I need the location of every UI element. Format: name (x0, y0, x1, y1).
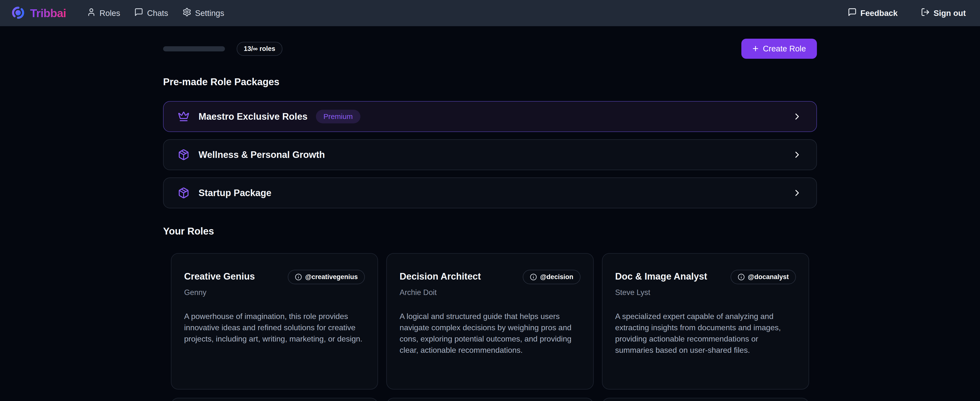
top-navbar: Tribbai Roles Chats (0, 0, 980, 26)
card-header: Doc & Image Analyst @docanalyst (615, 271, 796, 284)
package-title: Maestro Exclusive Roles (199, 111, 308, 122)
role-card-doc-image-analyst[interactable]: Doc & Image Analyst @docanalyst Steve Ly… (602, 253, 809, 390)
role-card-partial[interactable] (171, 398, 378, 401)
your-roles-heading: Your Roles (163, 226, 817, 237)
package-row-wellness[interactable]: Wellness & Personal Growth (163, 139, 817, 170)
role-description: A specialized expert capable of analyzin… (615, 311, 796, 356)
role-handle-badge[interactable]: @decision (523, 270, 581, 284)
role-description: A powerhouse of imagination, this role p… (184, 311, 365, 345)
info-icon (530, 273, 537, 281)
card-header: Creative Genius @creativegenius (184, 271, 365, 284)
plus-icon: + (752, 43, 759, 54)
roles-progress-bar (163, 46, 225, 51)
package-icon (178, 187, 189, 199)
nav-item-label: Roles (100, 8, 120, 18)
role-title: Decision Architect (399, 271, 481, 282)
role-card-decision-architect[interactable]: Decision Architect @decision Archie Doit… (386, 253, 593, 390)
secondary-nav: Feedback Sign out (848, 8, 966, 19)
role-subtitle: Steve Lyst (615, 288, 796, 297)
nav-item-settings[interactable]: Settings (182, 8, 224, 19)
packages-heading: Pre-made Role Packages (163, 77, 817, 88)
chat-bubble-icon (134, 8, 143, 19)
chevron-right-icon (792, 111, 802, 122)
sign-out-icon (921, 8, 930, 19)
role-handle-badge[interactable]: @creativegenius (288, 270, 365, 284)
create-role-button[interactable]: + Create Role (741, 39, 817, 59)
sign-out-label: Sign out (934, 8, 966, 18)
crown-icon (178, 111, 189, 122)
roles-toolbar: 13/∞ roles + Create Role (163, 39, 817, 59)
nav-item-chats[interactable]: Chats (134, 8, 168, 19)
role-title: Doc & Image Analyst (615, 271, 707, 282)
role-card-creative-genius[interactable]: Creative Genius @creativegenius Genny A … (171, 253, 378, 390)
role-card-partial[interactable] (386, 398, 593, 401)
tribbai-logo-icon (11, 6, 25, 21)
package-icon (178, 149, 189, 161)
info-icon (738, 273, 745, 281)
brand[interactable]: Tribbai (11, 6, 66, 21)
feedback-label: Feedback (861, 8, 897, 18)
sign-out-button[interactable]: Sign out (921, 8, 966, 19)
role-handle: @docanalyst (748, 273, 789, 281)
gear-icon (182, 8, 191, 19)
package-title: Startup Package (199, 188, 271, 198)
role-subtitle: Archie Doit (399, 288, 580, 297)
card-header: Decision Architect @decision (399, 271, 580, 284)
main-content: 13/∞ roles + Create Role Pre-made Role P… (163, 26, 817, 401)
chevron-right-icon (792, 188, 802, 198)
roles-grid: Creative Genius @creativegenius Genny A … (171, 253, 809, 401)
feedback-button[interactable]: Feedback (848, 8, 897, 19)
nav-item-label: Settings (195, 8, 224, 18)
roles-count-badge: 13/∞ roles (237, 42, 282, 56)
package-row-startup[interactable]: Startup Package (163, 177, 817, 208)
chat-bubble-icon (848, 8, 857, 19)
role-description: A logical and structured guide that help… (399, 311, 580, 356)
package-title: Wellness & Personal Growth (199, 150, 325, 160)
brand-name: Tribbai (30, 6, 66, 20)
role-handle-badge[interactable]: @docanalyst (730, 270, 796, 284)
package-row-maestro[interactable]: Maestro Exclusive Roles Premium (163, 101, 817, 132)
role-subtitle: Genny (184, 288, 365, 297)
create-role-label: Create Role (763, 44, 806, 53)
premium-badge: Premium (316, 110, 360, 123)
role-title: Creative Genius (184, 271, 255, 282)
role-handle: @decision (540, 273, 573, 281)
nav-item-roles[interactable]: Roles (87, 8, 120, 19)
role-card-partial[interactable] (602, 398, 809, 401)
primary-nav: Roles Chats Settings (87, 8, 224, 19)
user-icon (87, 8, 96, 19)
chevron-right-icon (792, 150, 802, 160)
nav-item-label: Chats (147, 8, 168, 18)
role-handle: @creativegenius (305, 273, 358, 281)
info-icon (295, 273, 302, 281)
